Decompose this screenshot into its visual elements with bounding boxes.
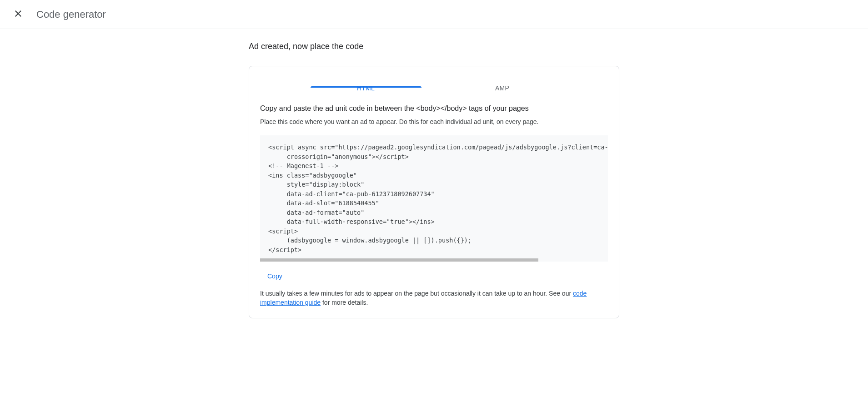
copy-button[interactable]: Copy xyxy=(264,262,286,287)
tab-spacer-right xyxy=(571,77,619,88)
code-snippet[interactable]: <script async src="https://pagead2.googl… xyxy=(260,135,608,262)
close-button[interactable] xyxy=(9,5,27,24)
footnote-pre: It usually takes a few minutes for ads t… xyxy=(260,290,573,297)
tab-bar: HTML AMP xyxy=(249,66,619,88)
main-heading: Ad created, now place the code xyxy=(249,42,619,51)
card-body: Copy and paste the ad unit code in betwe… xyxy=(249,88,619,318)
main-content: Ad created, now place the code HTML AMP … xyxy=(249,29,619,318)
modal-header: Code generator xyxy=(0,0,868,29)
tab-spacer-left xyxy=(249,77,298,88)
footnote-post: for more details. xyxy=(321,299,368,306)
code-card: HTML AMP Copy and paste the ad unit code… xyxy=(249,66,619,318)
section-desc: Place this code where you want an ad to … xyxy=(260,118,608,125)
code-box-wrapper: <script async src="https://pagead2.googl… xyxy=(260,135,608,262)
tab-amp[interactable]: AMP xyxy=(434,77,571,88)
page-title: Code generator xyxy=(36,9,106,20)
close-icon xyxy=(13,8,24,21)
footnote: It usually takes a few minutes for ads t… xyxy=(260,287,608,307)
tab-html[interactable]: HTML xyxy=(298,77,434,88)
horizontal-scrollbar[interactable] xyxy=(260,258,538,262)
section-title: Copy and paste the ad unit code in betwe… xyxy=(260,104,608,113)
